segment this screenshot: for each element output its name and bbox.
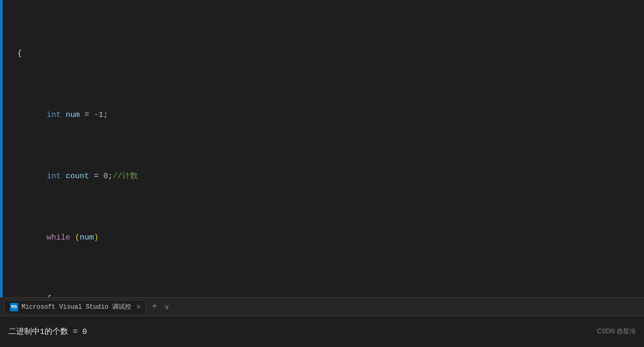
code-line: {: [13, 47, 644, 61]
terminal-tab-icon: MS: [10, 303, 18, 311]
code-text: num: [80, 232, 94, 244]
code-text: =: [80, 110, 94, 122]
terminal-content: 二进制中1的个数 = 0 CSDN @星沌: [0, 316, 644, 347]
code-keyword: while: [47, 232, 70, 244]
code-line: {: [13, 292, 644, 297]
code-keyword: int: [47, 171, 61, 183]
terminal-tab-label: Microsoft Visual Studio 调试控: [22, 302, 131, 311]
terminal-output-text: 二进制中1的个数 = 0: [8, 327, 87, 337]
terminal-brand-text: CSDN @星沌: [597, 327, 636, 336]
code-text: =: [89, 171, 103, 183]
code-line: int count = 0 ; //计数: [13, 170, 644, 184]
code-text: ;: [108, 171, 113, 183]
code-text: ;: [103, 110, 108, 122]
code-text: [61, 171, 66, 183]
code-text: {: [17, 48, 22, 60]
code-text: -1: [94, 110, 103, 122]
code-line: int num = -1 ;: [13, 109, 644, 123]
code-text: 0: [103, 171, 108, 183]
code-text: [70, 232, 75, 244]
terminal-tab[interactable]: MS Microsoft Visual Studio 调试控 ×: [4, 300, 146, 313]
code-text: ): [94, 232, 99, 244]
code-line: ⊟ while ( num ): [13, 231, 644, 245]
terminal-icon-text: MS: [12, 305, 17, 310]
terminal-tabs-bar: MS Microsoft Visual Studio 调试控 × + ∨: [0, 298, 644, 316]
terminal-dropdown-button[interactable]: ∨: [163, 302, 171, 311]
code-text: {: [47, 294, 51, 297]
code-text: num: [66, 110, 80, 122]
code-comment: //计数: [113, 171, 138, 183]
editor-area: { int num = -1 ; int count = 0 ; //计数 ⊟: [0, 0, 644, 297]
fold-column: [3, 0, 13, 297]
terminal-add-button[interactable]: +: [148, 302, 160, 311]
code-text: count: [66, 171, 89, 183]
code-keyword: int: [47, 110, 61, 122]
terminal-tab-close-button[interactable]: ×: [136, 303, 141, 311]
terminal-panel: MS Microsoft Visual Studio 调试控 × + ∨ 二进制…: [0, 297, 644, 347]
code-text: [61, 110, 66, 122]
code-editor[interactable]: { int num = -1 ; int count = 0 ; //计数 ⊟: [13, 0, 644, 297]
code-text: (: [75, 232, 80, 244]
